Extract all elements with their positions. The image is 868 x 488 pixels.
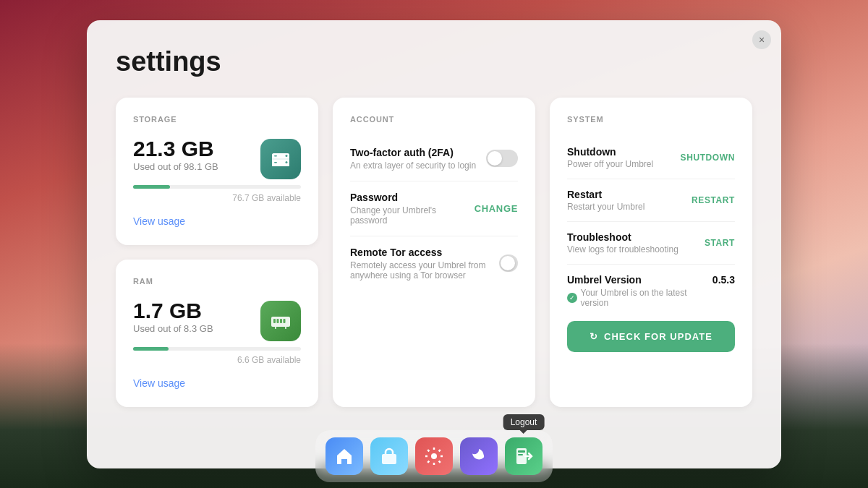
version-row: Umbrel Version ✓ Your Umbrel is on the l… (567, 265, 735, 314)
ram-used: Used out of 8.3 GB (133, 323, 213, 334)
ram-view-usage[interactable]: View usage (133, 377, 185, 389)
settings-modal: × settings STORAGE 21.3 GB Used out of 9… (87, 20, 781, 468)
dock-icon-settings[interactable] (415, 437, 453, 475)
shutdown-row: Shutdown Power off your Umbrel SHUTDOWN (567, 137, 735, 179)
troubleshoot-row: Troubleshoot View logs for troubleshooti… (567, 222, 735, 265)
tor-toggle[interactable] (499, 254, 518, 272)
cards-row: STORAGE 21.3 GB Used out of 98.1 GB (116, 98, 752, 407)
account-row-2fa: Two-factor auth (2FA) An extra layer of … (350, 137, 518, 181)
version-check-icon: ✓ (567, 293, 577, 303)
storage-header: 21.3 GB Used out of 98.1 GB (133, 137, 301, 182)
svg-rect-15 (382, 454, 396, 464)
dock-icon-home[interactable] (326, 437, 363, 475)
refresh-icon: ↻ (590, 331, 598, 342)
close-button[interactable]: × (752, 30, 771, 49)
storage-view-usage[interactable]: View usage (133, 215, 185, 227)
page-title: settings (116, 46, 752, 77)
account-row-tor: Remote Tor access Remotely access your U… (350, 236, 518, 291)
modal-overlay: × settings STORAGE 21.3 GB Used out of 9… (0, 0, 868, 488)
restart-button[interactable]: RESTART (692, 195, 735, 205)
storage-progress-fill (133, 185, 170, 189)
restart-label: Restart (567, 189, 644, 200)
tor-label: Remote Tor access (350, 247, 499, 258)
troubleshoot-button[interactable]: START (705, 238, 735, 248)
storage-available: 76.7 GB available (133, 193, 301, 203)
ram-section-label: RAM (133, 277, 301, 286)
svg-point-16 (431, 453, 437, 459)
ram-header: 1.7 GB Used out of 8.3 GB (133, 299, 301, 344)
svg-rect-9 (273, 319, 276, 323)
storage-card: STORAGE 21.3 GB Used out of 98.1 GB (116, 98, 318, 245)
storage-progress-wrap (133, 185, 301, 189)
2fa-toggle-knob (488, 151, 502, 166)
storage-value: 21.3 GB (133, 137, 218, 161)
svg-rect-19 (518, 454, 523, 455)
shutdown-button[interactable]: SHUTDOWN (681, 153, 735, 163)
2fa-desc: An extra layer of security to login (350, 160, 476, 171)
ram-card: RAM 1.7 GB Used out of 8.3 GB (116, 260, 318, 407)
restart-row: Restart Restart your Umbrel RESTART (567, 179, 735, 222)
2fa-toggle[interactable] (486, 150, 518, 167)
svg-rect-14 (285, 327, 286, 329)
storage-icon (260, 139, 301, 179)
version-status: ✓ Your Umbrel is on the latest version (567, 288, 712, 308)
dock-icon-moon[interactable] (460, 437, 498, 475)
account-section-label: ACCOUNT (350, 115, 518, 124)
troubleshoot-label: Troubleshoot (567, 231, 678, 243)
restart-desc: Restart your Umbrel (567, 202, 644, 212)
svg-point-6 (286, 155, 288, 157)
svg-rect-13 (275, 327, 276, 329)
svg-rect-10 (277, 319, 279, 323)
account-card: ACCOUNT Two-factor auth (2FA) An extra l… (333, 98, 535, 407)
version-number: 0.5.3 (712, 274, 735, 286)
storage-section-label: STORAGE (133, 115, 301, 124)
ram-available: 6.6 GB available (133, 355, 301, 365)
password-desc: Change your Umbrel's password (350, 205, 475, 226)
shutdown-label: Shutdown (567, 146, 653, 158)
tor-desc: Remotely access your Umbrel from anywher… (350, 260, 499, 281)
check-update-button[interactable]: ↻ CHECK FOR UPDATE (567, 321, 735, 352)
dock: Logout (315, 430, 553, 482)
2fa-label: Two-factor auth (2FA) (350, 147, 476, 158)
svg-rect-4 (274, 155, 277, 157)
account-row-password: Password Change your Umbrel's password C… (350, 181, 518, 236)
version-label: Umbrel Version (567, 274, 712, 286)
tor-toggle-knob (501, 256, 515, 270)
svg-rect-5 (274, 162, 277, 163)
change-password-button[interactable]: CHANGE (475, 203, 518, 214)
dock-icon-logout[interactable]: Logout (505, 437, 542, 475)
storage-used: Used out of 98.1 GB (133, 161, 218, 172)
password-label: Password (350, 192, 475, 203)
troubleshoot-desc: View logs for troubleshooting (567, 244, 678, 254)
dock-icon-shop[interactable] (370, 437, 408, 475)
dock-tooltip-logout: Logout (503, 414, 545, 430)
svg-point-7 (286, 161, 288, 163)
system-card: SYSTEM Shutdown Power off your Umbrel SH… (550, 98, 752, 407)
svg-rect-12 (284, 319, 286, 323)
svg-rect-18 (518, 450, 525, 453)
system-section-label: SYSTEM (567, 115, 735, 124)
ram-progress-wrap (133, 347, 301, 351)
ram-value: 1.7 GB (133, 299, 213, 323)
shutdown-desc: Power off your Umbrel (567, 159, 653, 169)
left-column: STORAGE 21.3 GB Used out of 98.1 GB (116, 98, 318, 407)
svg-rect-11 (280, 319, 282, 323)
ram-progress-fill (133, 347, 169, 351)
ram-icon (260, 301, 301, 341)
